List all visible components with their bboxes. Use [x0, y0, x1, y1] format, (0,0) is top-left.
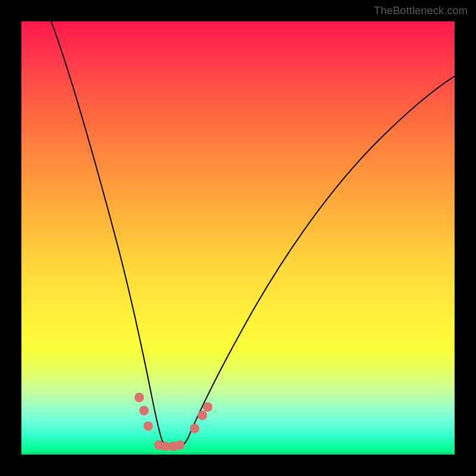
curve-marker [175, 440, 184, 450]
attribution-text: TheBottleneck.com [374, 5, 468, 17]
bottleneck-curve [21, 21, 455, 455]
curve-marker [139, 406, 149, 415]
plot-area [21, 21, 455, 455]
curve-marker [190, 424, 199, 433]
curve-marker [134, 393, 144, 402]
curve-path [51, 21, 455, 447]
chart-frame: TheBottleneck.com [0, 0, 476, 476]
curve-marker [143, 421, 153, 431]
curve-marker [198, 411, 207, 420]
curve-marker [203, 402, 212, 412]
